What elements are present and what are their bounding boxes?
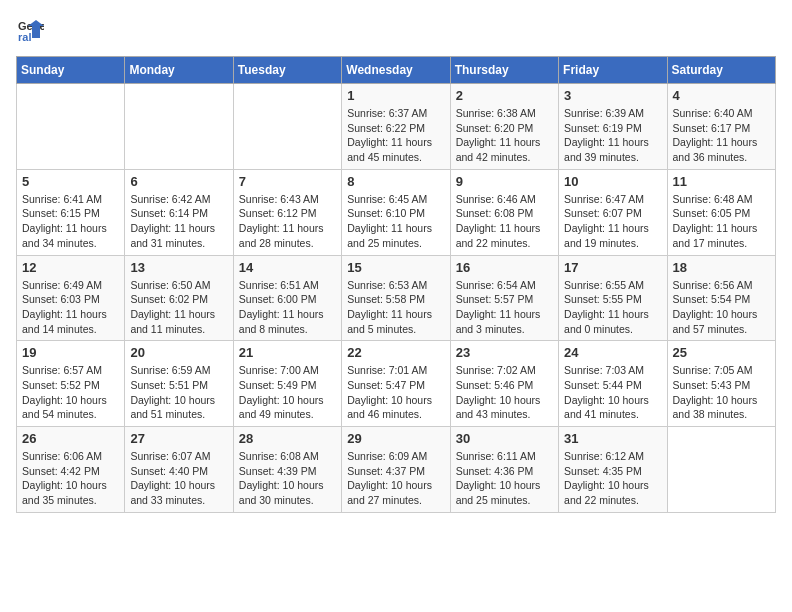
day-number: 12: [22, 260, 119, 275]
calendar-week-3: 12Sunrise: 6:49 AM Sunset: 6:03 PM Dayli…: [17, 255, 776, 341]
day-number: 15: [347, 260, 444, 275]
day-info: Sunrise: 6:45 AM Sunset: 6:10 PM Dayligh…: [347, 192, 444, 251]
calendar-cell: 1Sunrise: 6:37 AM Sunset: 6:22 PM Daylig…: [342, 84, 450, 170]
day-info: Sunrise: 6:59 AM Sunset: 5:51 PM Dayligh…: [130, 363, 227, 422]
day-info: Sunrise: 7:02 AM Sunset: 5:46 PM Dayligh…: [456, 363, 553, 422]
calendar-cell: 17Sunrise: 6:55 AM Sunset: 5:55 PM Dayli…: [559, 255, 667, 341]
calendar-body: 1Sunrise: 6:37 AM Sunset: 6:22 PM Daylig…: [17, 84, 776, 513]
calendar-cell: 6Sunrise: 6:42 AM Sunset: 6:14 PM Daylig…: [125, 169, 233, 255]
day-number: 21: [239, 345, 336, 360]
day-info: Sunrise: 6:37 AM Sunset: 6:22 PM Dayligh…: [347, 106, 444, 165]
day-info: Sunrise: 6:08 AM Sunset: 4:39 PM Dayligh…: [239, 449, 336, 508]
day-info: Sunrise: 6:40 AM Sunset: 6:17 PM Dayligh…: [673, 106, 770, 165]
day-info: Sunrise: 7:05 AM Sunset: 5:43 PM Dayligh…: [673, 363, 770, 422]
day-info: Sunrise: 7:00 AM Sunset: 5:49 PM Dayligh…: [239, 363, 336, 422]
day-info: Sunrise: 6:43 AM Sunset: 6:12 PM Dayligh…: [239, 192, 336, 251]
calendar-cell: 20Sunrise: 6:59 AM Sunset: 5:51 PM Dayli…: [125, 341, 233, 427]
day-number: 23: [456, 345, 553, 360]
calendar-cell: 16Sunrise: 6:54 AM Sunset: 5:57 PM Dayli…: [450, 255, 558, 341]
day-number: 27: [130, 431, 227, 446]
day-number: 11: [673, 174, 770, 189]
calendar-cell: 9Sunrise: 6:46 AM Sunset: 6:08 PM Daylig…: [450, 169, 558, 255]
calendar-week-2: 5Sunrise: 6:41 AM Sunset: 6:15 PM Daylig…: [17, 169, 776, 255]
day-info: Sunrise: 6:55 AM Sunset: 5:55 PM Dayligh…: [564, 278, 661, 337]
day-header-saturday: Saturday: [667, 57, 775, 84]
calendar-week-4: 19Sunrise: 6:57 AM Sunset: 5:52 PM Dayli…: [17, 341, 776, 427]
logo: Gene ral: [16, 16, 48, 44]
day-info: Sunrise: 7:01 AM Sunset: 5:47 PM Dayligh…: [347, 363, 444, 422]
calendar-cell: 23Sunrise: 7:02 AM Sunset: 5:46 PM Dayli…: [450, 341, 558, 427]
calendar-cell: 19Sunrise: 6:57 AM Sunset: 5:52 PM Dayli…: [17, 341, 125, 427]
calendar-cell: [667, 427, 775, 513]
calendar-cell: 3Sunrise: 6:39 AM Sunset: 6:19 PM Daylig…: [559, 84, 667, 170]
day-header-friday: Friday: [559, 57, 667, 84]
day-number: 19: [22, 345, 119, 360]
calendar-cell: 5Sunrise: 6:41 AM Sunset: 6:15 PM Daylig…: [17, 169, 125, 255]
day-info: Sunrise: 6:47 AM Sunset: 6:07 PM Dayligh…: [564, 192, 661, 251]
calendar-cell: 25Sunrise: 7:05 AM Sunset: 5:43 PM Dayli…: [667, 341, 775, 427]
day-header-sunday: Sunday: [17, 57, 125, 84]
day-info: Sunrise: 6:42 AM Sunset: 6:14 PM Dayligh…: [130, 192, 227, 251]
calendar-cell: 18Sunrise: 6:56 AM Sunset: 5:54 PM Dayli…: [667, 255, 775, 341]
day-number: 14: [239, 260, 336, 275]
day-number: 4: [673, 88, 770, 103]
day-number: 10: [564, 174, 661, 189]
calendar-cell: 14Sunrise: 6:51 AM Sunset: 6:00 PM Dayli…: [233, 255, 341, 341]
day-number: 31: [564, 431, 661, 446]
day-info: Sunrise: 6:11 AM Sunset: 4:36 PM Dayligh…: [456, 449, 553, 508]
day-header-monday: Monday: [125, 57, 233, 84]
day-number: 13: [130, 260, 227, 275]
day-info: Sunrise: 6:38 AM Sunset: 6:20 PM Dayligh…: [456, 106, 553, 165]
calendar-cell: [17, 84, 125, 170]
calendar-cell: 30Sunrise: 6:11 AM Sunset: 4:36 PM Dayli…: [450, 427, 558, 513]
calendar-cell: 27Sunrise: 6:07 AM Sunset: 4:40 PM Dayli…: [125, 427, 233, 513]
calendar-cell: 24Sunrise: 7:03 AM Sunset: 5:44 PM Dayli…: [559, 341, 667, 427]
day-number: 17: [564, 260, 661, 275]
day-header-tuesday: Tuesday: [233, 57, 341, 84]
day-number: 6: [130, 174, 227, 189]
calendar-cell: 29Sunrise: 6:09 AM Sunset: 4:37 PM Dayli…: [342, 427, 450, 513]
day-header-wednesday: Wednesday: [342, 57, 450, 84]
calendar-cell: 7Sunrise: 6:43 AM Sunset: 6:12 PM Daylig…: [233, 169, 341, 255]
day-info: Sunrise: 6:56 AM Sunset: 5:54 PM Dayligh…: [673, 278, 770, 337]
day-info: Sunrise: 6:41 AM Sunset: 6:15 PM Dayligh…: [22, 192, 119, 251]
day-number: 30: [456, 431, 553, 446]
day-number: 25: [673, 345, 770, 360]
day-number: 26: [22, 431, 119, 446]
day-info: Sunrise: 6:48 AM Sunset: 6:05 PM Dayligh…: [673, 192, 770, 251]
calendar-cell: 12Sunrise: 6:49 AM Sunset: 6:03 PM Dayli…: [17, 255, 125, 341]
day-number: 28: [239, 431, 336, 446]
calendar-cell: 11Sunrise: 6:48 AM Sunset: 6:05 PM Dayli…: [667, 169, 775, 255]
day-number: 9: [456, 174, 553, 189]
day-number: 22: [347, 345, 444, 360]
day-info: Sunrise: 6:07 AM Sunset: 4:40 PM Dayligh…: [130, 449, 227, 508]
day-number: 3: [564, 88, 661, 103]
day-info: Sunrise: 6:39 AM Sunset: 6:19 PM Dayligh…: [564, 106, 661, 165]
calendar-cell: 13Sunrise: 6:50 AM Sunset: 6:02 PM Dayli…: [125, 255, 233, 341]
day-number: 7: [239, 174, 336, 189]
day-number: 16: [456, 260, 553, 275]
day-info: Sunrise: 6:54 AM Sunset: 5:57 PM Dayligh…: [456, 278, 553, 337]
day-info: Sunrise: 7:03 AM Sunset: 5:44 PM Dayligh…: [564, 363, 661, 422]
calendar-cell: [233, 84, 341, 170]
calendar-cell: 26Sunrise: 6:06 AM Sunset: 4:42 PM Dayli…: [17, 427, 125, 513]
calendar-cell: 4Sunrise: 6:40 AM Sunset: 6:17 PM Daylig…: [667, 84, 775, 170]
calendar-cell: 15Sunrise: 6:53 AM Sunset: 5:58 PM Dayli…: [342, 255, 450, 341]
day-info: Sunrise: 6:09 AM Sunset: 4:37 PM Dayligh…: [347, 449, 444, 508]
day-info: Sunrise: 6:53 AM Sunset: 5:58 PM Dayligh…: [347, 278, 444, 337]
day-info: Sunrise: 6:12 AM Sunset: 4:35 PM Dayligh…: [564, 449, 661, 508]
day-info: Sunrise: 6:06 AM Sunset: 4:42 PM Dayligh…: [22, 449, 119, 508]
calendar-table: SundayMondayTuesdayWednesdayThursdayFrid…: [16, 56, 776, 513]
calendar-cell: 2Sunrise: 6:38 AM Sunset: 6:20 PM Daylig…: [450, 84, 558, 170]
calendar-cell: 28Sunrise: 6:08 AM Sunset: 4:39 PM Dayli…: [233, 427, 341, 513]
day-info: Sunrise: 6:57 AM Sunset: 5:52 PM Dayligh…: [22, 363, 119, 422]
calendar-cell: 22Sunrise: 7:01 AM Sunset: 5:47 PM Dayli…: [342, 341, 450, 427]
logo-icon: Gene ral: [16, 16, 44, 44]
calendar-cell: 10Sunrise: 6:47 AM Sunset: 6:07 PM Dayli…: [559, 169, 667, 255]
day-info: Sunrise: 6:49 AM Sunset: 6:03 PM Dayligh…: [22, 278, 119, 337]
calendar-cell: 8Sunrise: 6:45 AM Sunset: 6:10 PM Daylig…: [342, 169, 450, 255]
calendar-cell: 21Sunrise: 7:00 AM Sunset: 5:49 PM Dayli…: [233, 341, 341, 427]
day-number: 8: [347, 174, 444, 189]
calendar-cell: 31Sunrise: 6:12 AM Sunset: 4:35 PM Dayli…: [559, 427, 667, 513]
calendar-cell: [125, 84, 233, 170]
